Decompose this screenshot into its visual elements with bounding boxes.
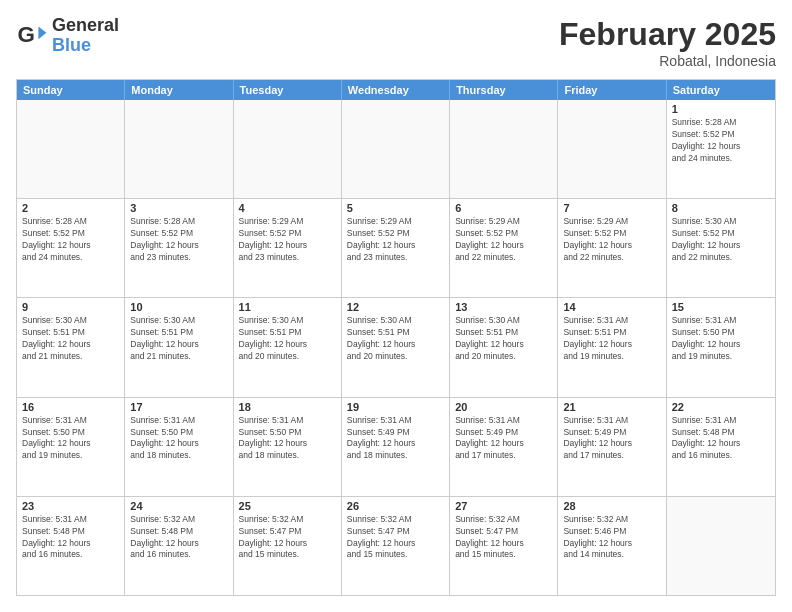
day-header-saturday: Saturday (667, 80, 775, 100)
cal-cell: 24Sunrise: 5:32 AM Sunset: 5:48 PM Dayli… (125, 497, 233, 595)
cal-cell: 10Sunrise: 5:30 AM Sunset: 5:51 PM Dayli… (125, 298, 233, 396)
cal-cell (234, 100, 342, 198)
cal-cell: 13Sunrise: 5:30 AM Sunset: 5:51 PM Dayli… (450, 298, 558, 396)
cell-day-number: 17 (130, 401, 227, 413)
cell-day-number: 5 (347, 202, 444, 214)
cal-cell: 25Sunrise: 5:32 AM Sunset: 5:47 PM Dayli… (234, 497, 342, 595)
cell-info: Sunrise: 5:31 AM Sunset: 5:50 PM Dayligh… (22, 415, 119, 463)
cell-day-number: 4 (239, 202, 336, 214)
cell-info: Sunrise: 5:30 AM Sunset: 5:51 PM Dayligh… (22, 315, 119, 363)
cal-cell: 6Sunrise: 5:29 AM Sunset: 5:52 PM Daylig… (450, 199, 558, 297)
cell-info: Sunrise: 5:32 AM Sunset: 5:47 PM Dayligh… (455, 514, 552, 562)
cell-day-number: 11 (239, 301, 336, 313)
calendar-row-1: 2Sunrise: 5:28 AM Sunset: 5:52 PM Daylig… (17, 199, 775, 298)
cell-day-number: 24 (130, 500, 227, 512)
logo-blue: Blue (52, 36, 119, 56)
cell-info: Sunrise: 5:30 AM Sunset: 5:51 PM Dayligh… (239, 315, 336, 363)
cell-info: Sunrise: 5:32 AM Sunset: 5:48 PM Dayligh… (130, 514, 227, 562)
cell-info: Sunrise: 5:31 AM Sunset: 5:49 PM Dayligh… (455, 415, 552, 463)
cell-info: Sunrise: 5:30 AM Sunset: 5:51 PM Dayligh… (130, 315, 227, 363)
cell-info: Sunrise: 5:29 AM Sunset: 5:52 PM Dayligh… (347, 216, 444, 264)
cell-info: Sunrise: 5:28 AM Sunset: 5:52 PM Dayligh… (130, 216, 227, 264)
page-header: G General Blue February 2025 Robatal, In… (16, 16, 776, 69)
cell-info: Sunrise: 5:31 AM Sunset: 5:49 PM Dayligh… (347, 415, 444, 463)
cell-day-number: 19 (347, 401, 444, 413)
logo-general: General (52, 16, 119, 36)
calendar-header: SundayMondayTuesdayWednesdayThursdayFrid… (17, 80, 775, 100)
cal-cell (667, 497, 775, 595)
cell-info: Sunrise: 5:32 AM Sunset: 5:47 PM Dayligh… (347, 514, 444, 562)
logo: G General Blue (16, 16, 119, 56)
cal-cell (17, 100, 125, 198)
cal-cell (450, 100, 558, 198)
svg-marker-1 (38, 26, 46, 39)
cell-day-number: 14 (563, 301, 660, 313)
cal-cell (558, 100, 666, 198)
day-header-sunday: Sunday (17, 80, 125, 100)
day-header-tuesday: Tuesday (234, 80, 342, 100)
cell-info: Sunrise: 5:31 AM Sunset: 5:49 PM Dayligh… (563, 415, 660, 463)
cell-day-number: 7 (563, 202, 660, 214)
cal-cell: 12Sunrise: 5:30 AM Sunset: 5:51 PM Dayli… (342, 298, 450, 396)
cell-info: Sunrise: 5:29 AM Sunset: 5:52 PM Dayligh… (455, 216, 552, 264)
cal-cell: 11Sunrise: 5:30 AM Sunset: 5:51 PM Dayli… (234, 298, 342, 396)
title-area: February 2025 Robatal, Indonesia (559, 16, 776, 69)
cell-day-number: 27 (455, 500, 552, 512)
cell-info: Sunrise: 5:28 AM Sunset: 5:52 PM Dayligh… (672, 117, 770, 165)
month-title: February 2025 (559, 16, 776, 53)
calendar-row-0: 1Sunrise: 5:28 AM Sunset: 5:52 PM Daylig… (17, 100, 775, 199)
calendar-row-2: 9Sunrise: 5:30 AM Sunset: 5:51 PM Daylig… (17, 298, 775, 397)
cell-info: Sunrise: 5:32 AM Sunset: 5:46 PM Dayligh… (563, 514, 660, 562)
cell-info: Sunrise: 5:32 AM Sunset: 5:47 PM Dayligh… (239, 514, 336, 562)
cell-day-number: 1 (672, 103, 770, 115)
cell-info: Sunrise: 5:31 AM Sunset: 5:50 PM Dayligh… (239, 415, 336, 463)
cal-cell: 28Sunrise: 5:32 AM Sunset: 5:46 PM Dayli… (558, 497, 666, 595)
cell-info: Sunrise: 5:30 AM Sunset: 5:52 PM Dayligh… (672, 216, 770, 264)
cal-cell: 26Sunrise: 5:32 AM Sunset: 5:47 PM Dayli… (342, 497, 450, 595)
cell-info: Sunrise: 5:31 AM Sunset: 5:48 PM Dayligh… (22, 514, 119, 562)
calendar-row-3: 16Sunrise: 5:31 AM Sunset: 5:50 PM Dayli… (17, 398, 775, 497)
cal-cell: 3Sunrise: 5:28 AM Sunset: 5:52 PM Daylig… (125, 199, 233, 297)
cell-day-number: 20 (455, 401, 552, 413)
cell-day-number: 16 (22, 401, 119, 413)
cal-cell: 21Sunrise: 5:31 AM Sunset: 5:49 PM Dayli… (558, 398, 666, 496)
cal-cell: 20Sunrise: 5:31 AM Sunset: 5:49 PM Dayli… (450, 398, 558, 496)
cell-info: Sunrise: 5:29 AM Sunset: 5:52 PM Dayligh… (239, 216, 336, 264)
calendar-row-4: 23Sunrise: 5:31 AM Sunset: 5:48 PM Dayli… (17, 497, 775, 595)
logo-icon: G (16, 20, 48, 52)
cell-info: Sunrise: 5:28 AM Sunset: 5:52 PM Dayligh… (22, 216, 119, 264)
cell-day-number: 6 (455, 202, 552, 214)
day-header-monday: Monday (125, 80, 233, 100)
cell-info: Sunrise: 5:31 AM Sunset: 5:50 PM Dayligh… (672, 315, 770, 363)
cal-cell: 18Sunrise: 5:31 AM Sunset: 5:50 PM Dayli… (234, 398, 342, 496)
cell-day-number: 26 (347, 500, 444, 512)
cell-info: Sunrise: 5:31 AM Sunset: 5:51 PM Dayligh… (563, 315, 660, 363)
cal-cell: 8Sunrise: 5:30 AM Sunset: 5:52 PM Daylig… (667, 199, 775, 297)
cal-cell: 23Sunrise: 5:31 AM Sunset: 5:48 PM Dayli… (17, 497, 125, 595)
cell-day-number: 12 (347, 301, 444, 313)
cal-cell: 27Sunrise: 5:32 AM Sunset: 5:47 PM Dayli… (450, 497, 558, 595)
cal-cell: 19Sunrise: 5:31 AM Sunset: 5:49 PM Dayli… (342, 398, 450, 496)
cell-day-number: 8 (672, 202, 770, 214)
calendar-body: 1Sunrise: 5:28 AM Sunset: 5:52 PM Daylig… (17, 100, 775, 595)
cell-day-number: 22 (672, 401, 770, 413)
cell-info: Sunrise: 5:31 AM Sunset: 5:50 PM Dayligh… (130, 415, 227, 463)
cell-day-number: 21 (563, 401, 660, 413)
svg-text:G: G (18, 22, 35, 47)
cell-day-number: 23 (22, 500, 119, 512)
cal-cell: 5Sunrise: 5:29 AM Sunset: 5:52 PM Daylig… (342, 199, 450, 297)
cell-day-number: 15 (672, 301, 770, 313)
day-header-friday: Friday (558, 80, 666, 100)
cell-day-number: 9 (22, 301, 119, 313)
cal-cell: 14Sunrise: 5:31 AM Sunset: 5:51 PM Dayli… (558, 298, 666, 396)
cal-cell (125, 100, 233, 198)
day-header-thursday: Thursday (450, 80, 558, 100)
cal-cell: 15Sunrise: 5:31 AM Sunset: 5:50 PM Dayli… (667, 298, 775, 396)
cell-day-number: 28 (563, 500, 660, 512)
cal-cell: 2Sunrise: 5:28 AM Sunset: 5:52 PM Daylig… (17, 199, 125, 297)
cal-cell: 1Sunrise: 5:28 AM Sunset: 5:52 PM Daylig… (667, 100, 775, 198)
cell-day-number: 13 (455, 301, 552, 313)
calendar: SundayMondayTuesdayWednesdayThursdayFrid… (16, 79, 776, 596)
cell-day-number: 10 (130, 301, 227, 313)
cal-cell: 17Sunrise: 5:31 AM Sunset: 5:50 PM Dayli… (125, 398, 233, 496)
